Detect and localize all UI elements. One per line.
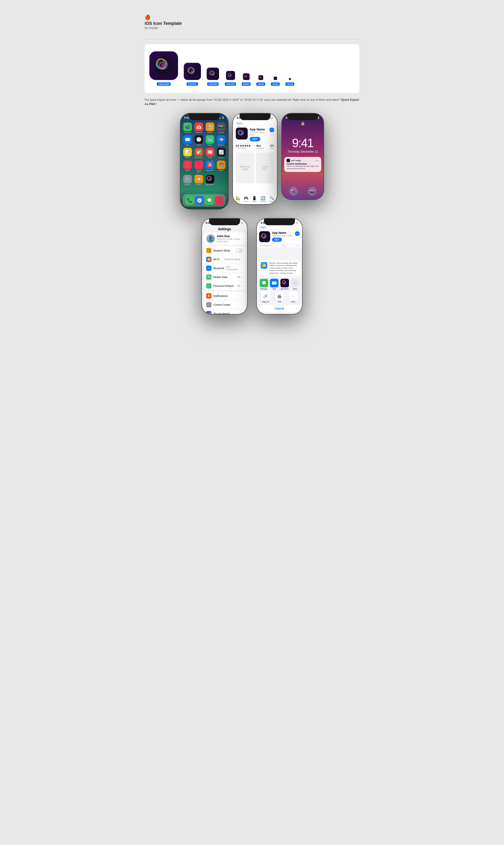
phones-row-1: 9:41 ▶ ▲ 🔋 📹 FaceTime 📅 Calendar xyxy=(145,114,359,209)
list-item[interactable]: 📅 Calendar xyxy=(194,122,203,133)
share-app-more[interactable]: ··· More xyxy=(291,279,299,290)
list-item[interactable]: App Name xyxy=(205,175,215,186)
list-item[interactable]: 🏠 Home xyxy=(194,175,203,186)
share-app-appname[interactable]: App Name xyxy=(281,279,289,290)
list-item[interactable]: 📹 FaceTime xyxy=(183,122,192,133)
settings-network-group: ✈️ Airplane Mode 📶 Wi-Fi Network Name › … xyxy=(204,246,245,290)
tab-today[interactable]: 🏡 Today xyxy=(236,196,240,202)
list-item[interactable]: 📈 Stocks xyxy=(216,148,226,159)
svg-point-7 xyxy=(230,75,231,76)
news-icon: 📰 xyxy=(206,148,214,156)
control-center-icon: ⚙️ xyxy=(206,302,212,307)
icon-label-128: 128x128 xyxy=(225,82,236,86)
app-store-name: App Name xyxy=(250,127,268,131)
settings-row-bluetooth[interactable]: 🔷 Bluetooth Not Connected › xyxy=(204,264,245,273)
list-item[interactable]: 🎵 iTunes Store xyxy=(194,160,203,173)
age-rating: 17+ xyxy=(270,144,274,147)
icon-label-64: 64x64 xyxy=(242,82,251,86)
tab-updates[interactable]: 🔄 Updates xyxy=(260,196,266,202)
get-button[interactable]: GET xyxy=(250,137,260,141)
app-name-home-icon xyxy=(206,175,214,184)
settings-row-dnd[interactable]: 🌙 Do not disturb › xyxy=(204,309,245,314)
bluetooth-chevron-icon: › xyxy=(242,267,243,270)
app-meta: App Name Your Text Goes Here. GET xyxy=(250,127,268,141)
settings-profile-row[interactable]: 👤 John Doe Apple ID, iCloud, iTunes & Ap… xyxy=(204,232,245,245)
list-item[interactable]: 🖼️ Photos xyxy=(205,122,215,133)
notif-header: APP NAME now xyxy=(287,159,319,162)
share-app-message[interactable]: 💬 Message xyxy=(259,279,268,290)
app-icon-48 xyxy=(258,75,263,80)
status-bar-settings: 9:41 ▶ ▲ 🔋 xyxy=(202,219,247,225)
svg-point-23 xyxy=(284,282,286,284)
status-icons-appstore: ▶ ▲ 🔋 xyxy=(266,117,273,119)
list-item[interactable]: 📝 Notes xyxy=(183,148,192,159)
settings-row-airplane[interactable]: ✈️ Airplane Mode xyxy=(204,246,245,255)
share-app-mail[interactable]: ✉️ Mail xyxy=(270,279,278,290)
tab-search[interactable]: 🔍 Search xyxy=(269,196,274,202)
list-item[interactable]: 🌤️ Weather xyxy=(216,135,226,146)
list-item[interactable]: 🗺️ Maps xyxy=(205,135,215,146)
bluetooth-icon: 🔷 xyxy=(206,265,212,271)
back-button[interactable]: ‹ Back xyxy=(236,122,242,125)
appstore-home-icon: 🅰️ xyxy=(206,160,214,169)
airplane-mode-toggle[interactable] xyxy=(236,248,243,253)
share-action-more[interactable]: ··· More xyxy=(289,292,298,303)
more-options-button[interactable]: ··· xyxy=(269,127,274,132)
airplane-mode-icon: ✈️ xyxy=(206,248,212,253)
hotspot-label: Personal Hotspot xyxy=(213,284,235,287)
list-item[interactable]: ❤️ Health xyxy=(183,160,192,173)
list-item[interactable]: 🅰️ App Store xyxy=(205,160,215,173)
list-item[interactable]: ✉️ Mail xyxy=(183,135,192,146)
settings-row-control-center[interactable]: ⚙️ Control Center › xyxy=(204,300,245,309)
notif-app-icon xyxy=(287,159,290,162)
airdrop-section: 📶 AirDrop. Share instantly with people n… xyxy=(259,260,300,277)
app-icon-1024 xyxy=(149,51,178,80)
print-action-icon: 🖨️ xyxy=(275,292,284,300)
share-rating: 5.0 ★★★★★ xyxy=(259,245,271,247)
lock-time-num: 9:41 xyxy=(282,136,324,150)
phone-share: 9:41 ▶ ▲ 🔋 ‹ Back xyxy=(257,219,302,314)
tab-games[interactable]: 🎮 Games xyxy=(244,196,249,202)
list-item[interactable]: 📚 Books xyxy=(216,160,226,173)
maps-icon: 🗺️ xyxy=(206,135,214,144)
rank-label: Category xyxy=(256,147,264,149)
lock-bottom-controls: 🔦 📷 xyxy=(282,187,324,195)
list-item[interactable]: ⚙️ Settings xyxy=(183,175,192,186)
music-dock-icon[interactable]: 🎵 xyxy=(215,196,223,205)
settings-profile-group: 👤 John Doe Apple ID, iCloud, iTunes & Ap… xyxy=(204,232,245,245)
rating-stars: 5.0 ★★★★★ xyxy=(236,144,251,147)
dnd-label: Do not disturb xyxy=(213,312,240,314)
settings-row-mobile-data[interactable]: 📡 Mobile Data Off › xyxy=(204,273,245,281)
settings-row-wifi[interactable]: 📶 Wi-Fi Network Name › xyxy=(204,255,245,264)
app-icon-512 xyxy=(184,63,201,80)
share-get-button[interactable]: GET xyxy=(272,238,282,242)
settings-row-hotspot[interactable]: 🔗 Personal Hotspot Off › xyxy=(204,281,245,290)
lock-notification: APP NAME now Custom Notification This is… xyxy=(284,157,321,172)
share-more-button[interactable]: ··· xyxy=(295,231,300,236)
flashlight-button[interactable]: 🔦 xyxy=(289,187,298,195)
status-icons-lock: ▶ ▲ 🔋 xyxy=(312,117,320,119)
safari-dock-icon[interactable]: 🧭 xyxy=(195,196,204,205)
cancel-button[interactable]: Cancel xyxy=(259,305,300,312)
screenshot-placeholders: Place Your Image PlaceIma... xyxy=(236,152,274,184)
svg-point-21 xyxy=(264,236,266,238)
messages-dock-icon[interactable]: 💬 xyxy=(205,196,214,205)
settings-row-notifications[interactable]: 🔔 Notifications › xyxy=(204,292,245,300)
itunes-icon: 🎵 xyxy=(195,160,203,169)
share-action-copylink[interactable]: 🔗 Copy Link xyxy=(261,292,270,303)
list-item[interactable]: ✅ Reminders xyxy=(194,148,203,159)
icon-label-32: 32x32 xyxy=(271,82,280,86)
icon-label-48: 48x48 xyxy=(256,82,265,86)
list-item[interactable]: 📷 Camera xyxy=(216,122,226,133)
notif-time: now xyxy=(315,159,319,162)
share-back-button[interactable]: ‹ Back xyxy=(259,226,266,229)
camera-button[interactable]: 📷 xyxy=(308,187,317,195)
share-app-subtitle: Your Text Goes Here. xyxy=(272,235,293,237)
list-item[interactable]: 📰 News xyxy=(205,148,215,159)
list-item[interactable]: 🕐 Clock xyxy=(194,135,203,146)
svg-point-5 xyxy=(212,73,214,75)
dock: 📞 🧭 💬 🎵 xyxy=(183,194,226,207)
tab-apps[interactable]: 📱 Apps xyxy=(252,196,257,202)
share-action-print[interactable]: 🖨️ Print xyxy=(275,292,284,303)
phone-dock-icon[interactable]: 📞 xyxy=(185,196,194,205)
